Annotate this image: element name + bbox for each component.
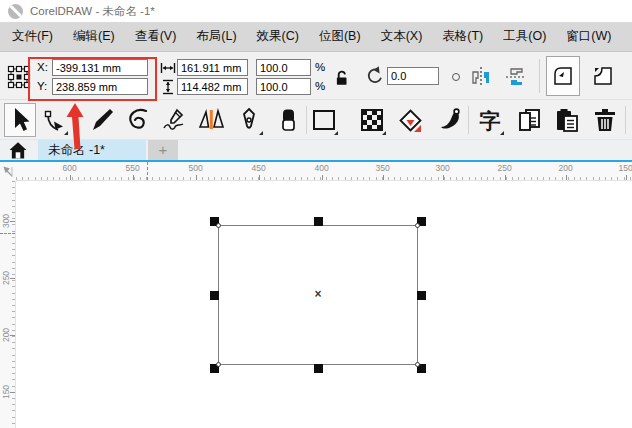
brush-tool-icon: [88, 107, 114, 133]
mirror-horizontal-icon[interactable]: [468, 64, 494, 90]
text-tool-button[interactable]: 字: [474, 103, 506, 137]
corner-node[interactable]: [216, 223, 221, 228]
menu-item[interactable]: 文件(F): [2, 22, 63, 51]
corner-scallop-button[interactable]: [586, 56, 620, 96]
menu-item[interactable]: 窗口(W): [556, 22, 621, 51]
ruler-tick: [322, 175, 323, 180]
percent-label-h: %: [315, 61, 325, 73]
selection-handle[interactable]: [417, 291, 426, 300]
ruler-horizontal[interactable]: 600550500450400350300250200150: [16, 162, 632, 181]
property-bar: X: Y: % %: [0, 52, 632, 100]
sketch-tool-button[interactable]: [158, 103, 190, 137]
window-title: CorelDRAW - 未命名 -1*: [30, 4, 155, 19]
object-width-input[interactable]: [177, 59, 248, 76]
menu-item[interactable]: 工具(O): [493, 22, 556, 51]
ruler-tick-label: 600: [63, 163, 77, 173]
swirl-tool-button[interactable]: [434, 103, 466, 137]
corner-node[interactable]: [415, 223, 420, 228]
corner-node[interactable]: [415, 362, 420, 367]
ruler-origin-icon: [1, 164, 15, 180]
copy-icon: [517, 107, 543, 133]
shape-tool-icon: [41, 107, 67, 133]
new-tab-button[interactable]: +: [148, 140, 178, 160]
ruler-tick: [70, 175, 71, 180]
pen-tool-button[interactable]: [233, 103, 265, 137]
rotate-icon: [362, 65, 384, 87]
menu-item[interactable]: 查看(V): [125, 22, 187, 51]
ruler-tick-label: 350: [376, 163, 390, 173]
ruler-vertical[interactable]: 300250200150: [0, 181, 16, 428]
width-icon: [160, 61, 176, 75]
x-position-input[interactable]: [52, 59, 148, 76]
fill-tool-button[interactable]: [394, 103, 426, 137]
pick-tool-button[interactable]: [4, 103, 36, 137]
mirror-vertical-icon[interactable]: [503, 64, 529, 90]
rotation-angle-input[interactable]: [387, 67, 439, 85]
y-position-input[interactable]: [52, 78, 148, 95]
corner-scallop-icon: [590, 63, 616, 89]
rectangle-tool-icon: [311, 107, 337, 133]
paste-button[interactable]: [551, 103, 583, 137]
selection-handle[interactable]: [314, 364, 323, 373]
home-button[interactable]: [0, 140, 36, 160]
pick-tool-icon: [7, 106, 33, 134]
menu-item[interactable]: 编辑(E): [63, 22, 125, 51]
menu-item[interactable]: 布局(L): [186, 22, 246, 51]
ruler-tick-label: 250: [498, 163, 512, 173]
height-icon: [161, 79, 175, 95]
curve-tool-icon: [125, 107, 151, 133]
ruler-tick-label: 300: [436, 163, 450, 173]
ruler-tick: [10, 335, 15, 336]
ruler-tick-label: 150: [619, 163, 632, 173]
delete-button[interactable]: [589, 103, 621, 137]
scale-h-input[interactable]: [256, 59, 311, 76]
copy-button[interactable]: [514, 103, 546, 137]
menu-item[interactable]: 位图(B): [309, 22, 371, 51]
eraser-tool-button[interactable]: [272, 103, 304, 137]
ruler-tick: [505, 175, 506, 180]
ruler-tick: [383, 175, 384, 180]
title-bar: CorelDRAW - 未命名 -1*: [0, 0, 632, 22]
menu-bar: 文件(F)编辑(E)查看(V)布局(L)效果(C)位图(B)文本(X)表格(T)…: [0, 22, 632, 52]
corner-round-button[interactable]: [546, 56, 580, 96]
object-height-input[interactable]: [177, 78, 248, 95]
menu-item[interactable]: 效果(C): [247, 22, 309, 51]
y-label: Y:: [37, 80, 47, 92]
toolbox: 字: [0, 100, 632, 140]
ruler-origin[interactable]: [0, 162, 16, 181]
selected-rectangle[interactable]: ×: [218, 225, 418, 365]
selection-status-icon: [7, 65, 31, 89]
ruler-tick: [133, 175, 134, 180]
sketch-tool-icon: [161, 107, 187, 133]
degree-icon: [452, 73, 460, 81]
curve-tool-button[interactable]: [122, 103, 154, 137]
paste-icon: [554, 107, 580, 133]
fill-tool-icon: [397, 107, 424, 134]
document-tab-bar: 未命名 -1* +: [0, 140, 632, 162]
corner-node[interactable]: [216, 362, 221, 367]
eraser-tool-icon: [275, 107, 301, 133]
ruler-tick-label: 450: [252, 163, 266, 173]
selection-handle[interactable]: [210, 291, 219, 300]
shape-tool-button[interactable]: [38, 103, 70, 137]
ruler-tick: [10, 278, 15, 279]
contour-tool-button[interactable]: [195, 103, 227, 137]
ruler-tick: [259, 175, 260, 180]
ruler-tick: [10, 221, 15, 222]
object-center-mark: ×: [314, 287, 321, 301]
ruler-page-edge-marker: [147, 162, 148, 180]
text-tool-icon: 字: [480, 110, 501, 131]
rectangle-tool-button[interactable]: [308, 103, 340, 137]
brush-tool-button[interactable]: [85, 103, 117, 137]
trash-icon: [592, 107, 618, 133]
ruler-tick-label: 200: [559, 163, 573, 173]
menu-item[interactable]: 文本(X): [371, 22, 433, 51]
tab-document[interactable]: 未命名 -1*: [38, 140, 146, 160]
scale-v-input[interactable]: [256, 78, 311, 95]
pattern-tool-button[interactable]: [356, 103, 388, 137]
lock-icon[interactable]: [330, 66, 352, 88]
menu-item[interactable]: 表格(T): [432, 22, 493, 51]
x-label: X:: [37, 61, 48, 73]
ruler-tick: [196, 175, 197, 180]
selection-handle[interactable]: [314, 217, 323, 226]
